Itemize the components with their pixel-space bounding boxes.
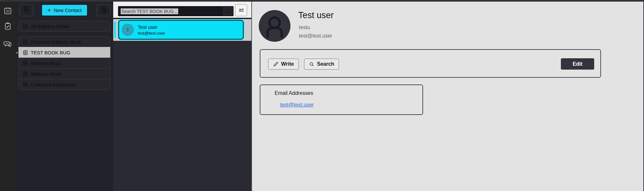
contact-list-item[interactable]: T Test user test@test.user (118, 20, 244, 39)
search-contact-button[interactable]: Search (304, 59, 339, 70)
sidebar-item-label: Personal Address Book (31, 39, 81, 45)
pencil-icon (273, 62, 278, 67)
address-book-icon (23, 50, 28, 55)
contact-row-slot: T Test user test@test.user (113, 19, 251, 41)
sidebar-item-test-book-bug[interactable]: TEST BOOK BUG (18, 47, 110, 58)
selected-contact-indicator (114, 22, 116, 38)
sidebar-item-personal-address-book[interactable]: Personal Address Book (18, 36, 110, 47)
search-submit-button[interactable] (222, 6, 233, 16)
write-button[interactable]: Write (268, 59, 299, 70)
contact-actions-toolbar: Write Search Edit (260, 49, 601, 78)
address-book-icon (23, 24, 28, 29)
selected-book-indicator (16, 52, 18, 53)
contact-detail-pane: Test user testu test@test.user Write Sea… (252, 2, 644, 191)
search-placeholder: Search TEST BOOK BUG... (121, 8, 178, 14)
new-contact-button[interactable]: + New Contact (42, 5, 87, 16)
edit-button[interactable]: Edit (561, 58, 594, 70)
sidebar-item-label: Collected Addresses (31, 82, 75, 87)
email-addresses-section: Email Addresses test@test.user (260, 84, 423, 115)
sidebar-item-label: All Address Books (31, 24, 70, 29)
new-address-book-button[interactable] (19, 4, 33, 16)
address-book-icon (23, 61, 28, 66)
window-top-strip (0, 0, 644, 2)
search-icon (309, 62, 314, 67)
sidebar-item-label: TEST BOOK BUG (31, 50, 70, 55)
calendar-icon[interactable] (3, 6, 12, 15)
address-book-icon (23, 71, 28, 77)
contact-name: Test user (138, 24, 165, 30)
search-icon (225, 8, 231, 14)
new-list-button[interactable] (97, 4, 111, 16)
sidebar-toolbar: + New Contact (15, 2, 113, 18)
sidebar-item-label: Address Book (31, 61, 61, 66)
address-book-list: All Address Books Personal Address Book (18, 21, 110, 90)
sidebar-item-label: Address Book (31, 71, 61, 77)
display-options-icon (238, 7, 244, 13)
display-options-button[interactable] (235, 4, 247, 16)
search-input[interactable]: Search TEST BOOK BUG... (118, 6, 234, 16)
email-addresses-title: Email Addresses (275, 90, 313, 96)
detail-contact-email: test@test.user (299, 33, 332, 39)
sidebar-item-all-address-books[interactable]: All Address Books (18, 21, 110, 32)
sidebar-item-address-book-1[interactable]: Address Book (18, 58, 110, 69)
contact-detail-avatar (259, 10, 290, 42)
new-contact-label: New Contact (54, 7, 82, 13)
write-label: Write (281, 61, 294, 67)
addressbook-sidebar: + New Contact All Ad (15, 2, 113, 191)
detail-contact-nickname: testu (299, 25, 310, 30)
address-book-icon (23, 82, 28, 87)
detail-contact-name: Test user (298, 10, 334, 20)
activity-bar (0, 2, 15, 191)
sidebar-item-address-book-2[interactable]: Address Book (18, 68, 110, 79)
email-address-link[interactable]: test@test.user (280, 102, 313, 108)
new-list-icon (100, 6, 107, 14)
person-icon (259, 10, 290, 42)
contacts-list-panel: Search TEST BOOK BUG... T Test user (113, 2, 251, 191)
contact-email: test@test.user (138, 31, 165, 36)
contacts-list-header: Search TEST BOOK BUG... (113, 2, 251, 18)
plus-icon: + (48, 7, 51, 13)
sidebar-item-collected-addresses[interactable]: Collected Addresses (18, 79, 110, 90)
chat-icon[interactable] (3, 39, 12, 48)
tasks-icon[interactable] (3, 22, 12, 31)
contact-avatar: T (122, 24, 134, 36)
address-book-icon (23, 39, 28, 45)
new-address-book-icon (23, 6, 30, 14)
search-label: Search (317, 61, 334, 67)
